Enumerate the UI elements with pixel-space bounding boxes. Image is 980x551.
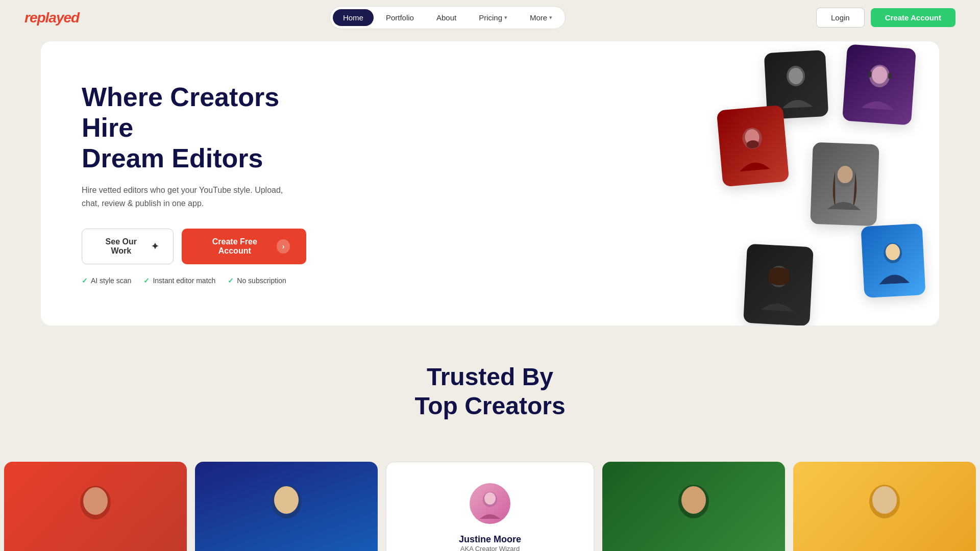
svg-rect-5 [888, 72, 892, 79]
creator-card-justine: Justine Moore AKA Creator Wizard [386, 462, 594, 551]
trusted-section: Trusted By Top Creators [0, 332, 980, 441]
hero-buttons: See Our Work ✦ Create Free Account › [82, 229, 306, 264]
login-button[interactable]: Login [816, 8, 865, 28]
nav-more[interactable]: More ▾ [520, 9, 562, 26]
creator-card-4 [602, 462, 785, 551]
create-free-account-button[interactable]: Create Free Account › [182, 229, 307, 264]
avatar-collage [694, 41, 939, 325]
hero-content: Where Creators Hire Dream Editors Hire v… [41, 41, 347, 325]
creator-cards: Justine Moore AKA Creator Wizard [0, 462, 980, 551]
sparkle-icon: ✦ [151, 241, 159, 252]
nav-about[interactable]: About [426, 9, 467, 26]
nav-pricing[interactable]: Pricing ▾ [469, 9, 518, 26]
more-chevron-icon: ▾ [549, 14, 552, 21]
nav-portfolio[interactable]: Portfolio [376, 9, 424, 26]
creator-name-justine: Justine Moore [459, 534, 521, 545]
check-icon-1: ✓ [82, 277, 88, 285]
trusted-title: Trusted By Top Creators [41, 362, 939, 421]
nav-home[interactable]: Home [333, 9, 374, 26]
hero-features: ✓ AI style scan ✓ Instant editor match ✓… [82, 277, 306, 285]
creator-card-5 [793, 462, 976, 551]
avatar-card-4 [810, 142, 879, 226]
svg-point-20 [484, 492, 496, 505]
avatar-card-6 [743, 244, 814, 325]
pricing-chevron-icon: ▾ [504, 14, 507, 21]
nav-actions: Login Create Account [816, 8, 955, 28]
navbar: replayed Home Portfolio About Pricing ▾ … [0, 0, 980, 35]
avatar-card-3 [717, 105, 790, 187]
creator-card-2 [195, 462, 378, 551]
check-icon-3: ✓ [228, 277, 234, 285]
creator-title-justine: AKA Creator Wizard [460, 545, 520, 551]
hero-title: Where Creators Hire Dream Editors [82, 82, 306, 173]
hero-section: Where Creators Hire Dream Editors Hire v… [41, 41, 939, 325]
feature-no-subscription: ✓ No subscription [228, 277, 286, 285]
see-work-button[interactable]: See Our Work ✦ [82, 229, 174, 264]
check-icon-2: ✓ [143, 277, 150, 285]
feature-instant-match: ✓ Instant editor match [143, 277, 215, 285]
avatar-card-2 [842, 44, 916, 125]
avatar-card-5 [861, 223, 925, 298]
creator-card-1 [4, 462, 187, 551]
nav-links: Home Portfolio About Pricing ▾ More ▾ [330, 6, 566, 29]
hero-subtitle: Hire vetted editors who get your YouTube… [82, 184, 296, 210]
svg-point-24 [872, 486, 897, 514]
svg-point-16 [83, 487, 108, 515]
svg-rect-4 [868, 71, 872, 77]
feature-ai-style: ✓ AI style scan [82, 277, 131, 285]
create-account-button[interactable]: Create Account [871, 8, 955, 27]
svg-point-22 [681, 486, 706, 514]
logo[interactable]: replayed [24, 10, 79, 26]
arrow-icon: › [277, 239, 290, 254]
svg-point-18 [274, 486, 299, 514]
